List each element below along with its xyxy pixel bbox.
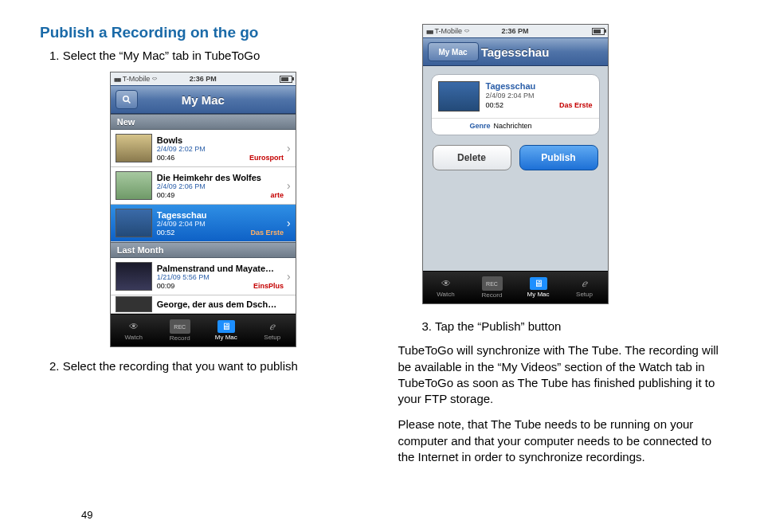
battery-icon [280, 76, 292, 83]
card-date: 2/4/09 2:04 PM [486, 92, 593, 100]
tab-bar: 👁Watch RECRecord 🖥My Mac ℯSetup [111, 314, 296, 346]
nav-bar: My Mac Tagesschau [423, 37, 608, 66]
wifi-icon [152, 75, 157, 84]
chevron-right-icon: › [287, 142, 291, 155]
tab-setup[interactable]: ℯSetup [562, 272, 608, 303]
status-bar: T-Mobile 2:36 PM [423, 25, 608, 37]
tab-setup[interactable]: ℯSetup [249, 315, 296, 346]
right-column: T-Mobile 2:36 PM My Mac Tagesschau [398, 24, 725, 475]
eye-icon: 👁 [125, 320, 143, 333]
section-header-last-month: Last Month [111, 242, 296, 258]
item-title: Tagesschau [157, 210, 284, 220]
monitor-icon: 🖥 [530, 277, 547, 290]
carrier-label: T-Mobile [123, 75, 151, 83]
item-channel: Das Erste [251, 229, 284, 237]
document-page: Publish a Recording on the go 1. Select … [0, 0, 760, 532]
section-header-new: New [111, 114, 296, 130]
nav-title: Tagesschau [481, 45, 550, 59]
status-time: 2:36 PM [190, 75, 217, 83]
list-item[interactable]: George, der aus dem Dsch… [111, 295, 296, 314]
wifi-icon [464, 27, 469, 36]
search-button[interactable] [116, 90, 138, 109]
step-1: 1. Select the “My Mac” tab in TubeToGo [49, 48, 366, 64]
screenshot-my-mac-list: T-Mobile 2:36 PM My Mac New Bow [110, 72, 296, 347]
battery-icon [592, 28, 605, 35]
tab-watch[interactable]: 👁Watch [111, 315, 157, 346]
thumbnail [116, 209, 152, 237]
signal-icon [114, 75, 120, 83]
step-3: 3. Tap the “Publish” button [422, 319, 725, 334]
paragraph-2: Please note, that The Tube needs to be r… [398, 417, 725, 465]
item-duration: 00:52 [157, 229, 175, 237]
screenshot-detail: T-Mobile 2:36 PM My Mac Tagesschau [422, 24, 609, 304]
item-date: 2/4/09 2:06 PM [157, 182, 284, 190]
svg-line-1 [127, 101, 130, 104]
section-heading: Publish a Recording on the go [40, 24, 366, 41]
carrier-label: T-Mobile [435, 27, 463, 35]
step-2: 2. Select the recording that you want to… [49, 358, 366, 374]
item-channel: arte [271, 191, 284, 199]
genre-row: GenreNachrichten [438, 122, 593, 130]
item-title: Die Heimkehr des Wolfes [157, 173, 284, 182]
item-channel: Eurosport [249, 154, 284, 162]
thumbnail [116, 262, 152, 291]
tab-bar: 👁Watch RECRecord 🖥My Mac ℯSetup [423, 271, 608, 303]
nav-bar: My Mac [111, 85, 296, 114]
status-time: 2:36 PM [501, 27, 528, 35]
tab-watch[interactable]: 👁Watch [423, 272, 469, 303]
chevron-right-icon: › [287, 217, 291, 229]
tab-record[interactable]: RECRecord [469, 272, 515, 303]
tab-my-mac[interactable]: 🖥My Mac [515, 272, 562, 303]
publish-button[interactable]: Publish [519, 145, 598, 170]
signal-icon [426, 27, 433, 35]
card-title: Tagesschau [486, 81, 593, 91]
thumbnail [116, 134, 152, 162]
item-date: 2/4/09 2:02 PM [157, 145, 284, 153]
list-item[interactable]: Die Heimkehr des Wolfes 2/4/09 2:06 PM 0… [111, 167, 296, 205]
setup-icon: ℯ [576, 277, 594, 290]
delete-button[interactable]: Delete [433, 145, 511, 170]
list-item[interactable]: Bowls 2/4/09 2:02 PM 00:46Eurosport › [111, 130, 296, 167]
item-channel: EinsPlus [253, 282, 284, 290]
status-bar: T-Mobile 2:36 PM [111, 72, 296, 85]
card-duration: 00:52 [486, 101, 504, 109]
monitor-icon: 🖥 [217, 320, 235, 333]
thumbnail [116, 171, 152, 200]
list-item-selected[interactable]: Tagesschau 2/4/09 2:04 PM 00:52Das Erste… [111, 205, 296, 242]
back-button[interactable]: My Mac [428, 42, 479, 61]
item-title: George, der aus dem Dsch… [157, 299, 291, 309]
page-number: 49 [81, 509, 92, 521]
item-duration: 00:09 [157, 282, 175, 290]
genre-label: Genre [470, 122, 491, 130]
thumbnail [116, 296, 152, 312]
setup-icon: ℯ [264, 320, 281, 333]
chevron-right-icon: › [287, 270, 291, 283]
item-duration: 00:49 [157, 191, 175, 199]
item-title: Bowls [157, 135, 284, 145]
item-duration: 00:46 [157, 154, 175, 162]
recording-card: Tagesschau 2/4/09 2:04 PM 00:52Das Erste… [431, 74, 600, 135]
tab-my-mac[interactable]: 🖥My Mac [203, 315, 249, 346]
genre-value: Nachrichten [494, 122, 532, 130]
search-icon [122, 95, 131, 104]
left-column: Publish a Recording on the go 1. Select … [40, 24, 366, 475]
card-channel: Das Erste [559, 101, 593, 109]
rec-icon: REC [482, 276, 503, 291]
rec-icon: REC [170, 319, 190, 334]
svg-point-0 [123, 96, 128, 101]
item-date: 1/21/09 5:56 PM [157, 273, 284, 281]
nav-title: My Mac [182, 93, 225, 107]
chevron-right-icon: › [287, 179, 291, 192]
eye-icon: 👁 [437, 277, 455, 290]
list-item[interactable]: Palmenstrand und Mayate… 1/21/09 5:56 PM… [111, 258, 296, 295]
item-title: Palmenstrand und Mayate… [157, 264, 284, 273]
tab-record[interactable]: RECRecord [157, 315, 203, 346]
item-date: 2/4/09 2:04 PM [157, 220, 284, 228]
paragraph-1: TubeToGo will synchronize with The Tube.… [398, 342, 725, 407]
thumbnail [438, 81, 480, 111]
